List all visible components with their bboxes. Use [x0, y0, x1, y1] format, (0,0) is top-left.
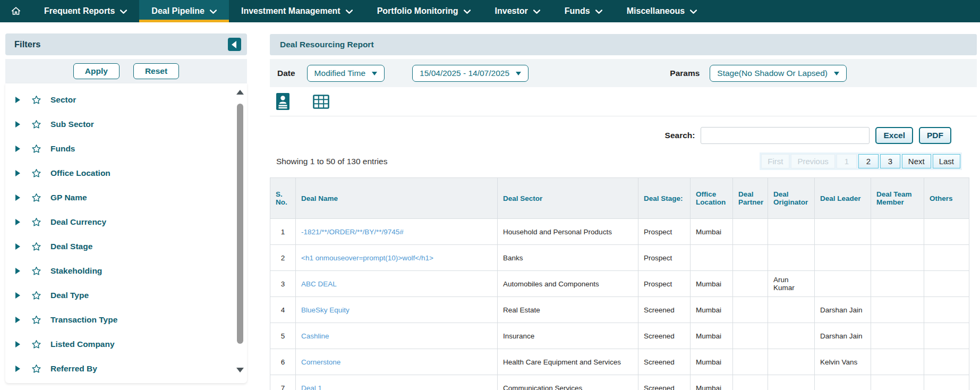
cell: Mumbai — [691, 323, 733, 349]
expand-arrow-icon[interactable] — [15, 121, 20, 128]
filter-item-sector[interactable]: Sector — [5, 88, 247, 112]
pdf-button[interactable]: PDF — [919, 127, 951, 144]
expand-arrow-icon[interactable] — [15, 97, 20, 103]
meta-row: Showing 1 to 50 of 130 entries FirstPrev… — [270, 152, 977, 170]
cell: 6 — [270, 349, 296, 375]
table-view-button[interactable] — [313, 94, 329, 110]
filter-item-sub-sector[interactable]: Sub Sector — [5, 112, 247, 137]
filter-item-transaction-type[interactable]: Transaction Type — [5, 308, 247, 332]
excel-button[interactable]: Excel — [875, 127, 913, 144]
nav-item-funds[interactable]: Funds — [552, 0, 615, 22]
scroll-up-icon[interactable] — [236, 90, 244, 95]
col-header-others: Others — [924, 178, 969, 219]
star-icon[interactable] — [31, 168, 41, 178]
expand-arrow-icon[interactable] — [15, 194, 20, 201]
nav-item-portfolio-monitoring[interactable]: Portfolio Monitoring — [365, 0, 483, 22]
cell: Prospect — [638, 271, 691, 297]
cell: Mumbai — [691, 375, 733, 390]
deal-name-link[interactable]: <h1 onmouseover=prompt(10)>wolf</h1> — [301, 254, 433, 262]
cell: Prospect — [638, 219, 691, 245]
params-dropdown[interactable]: Stage(No Shadow Or Lapsed) — [710, 65, 847, 82]
nav-item-miscellaneous[interactable]: Miscellaneous — [615, 0, 709, 22]
cell: Screened — [638, 375, 691, 390]
star-icon[interactable] — [31, 144, 41, 154]
expand-arrow-icon[interactable] — [15, 219, 20, 225]
apply-button[interactable]: Apply — [73, 63, 120, 79]
expand-arrow-icon[interactable] — [15, 366, 20, 372]
card-view-button[interactable] — [276, 93, 289, 110]
filters-title: Filters — [14, 39, 41, 49]
filter-item-gp-name[interactable]: GP Name — [5, 185, 247, 210]
filter-item-funds[interactable]: Funds — [5, 137, 247, 161]
cell — [691, 245, 733, 271]
filter-item-office-location[interactable]: Office Location — [5, 161, 247, 185]
nav-item-label: Funds — [565, 6, 590, 16]
collapse-panel-button[interactable] — [228, 38, 241, 51]
date-range-dropdown[interactable]: 15/04/2025 - 14/07/2025 — [412, 65, 529, 82]
page-btn-next[interactable]: Next — [902, 154, 931, 168]
expand-arrow-icon[interactable] — [15, 170, 20, 176]
deal-name-link[interactable]: Cashline — [301, 332, 329, 340]
col-header-office-location: Office Location — [691, 178, 733, 219]
col-header-deal-partner: Deal Partner — [733, 178, 768, 219]
cell — [871, 297, 924, 323]
date-type-dropdown[interactable]: Modified Time — [307, 65, 385, 82]
nav-item-investor[interactable]: Investor — [483, 0, 552, 22]
expand-arrow-icon[interactable] — [15, 243, 20, 250]
deal-name-cell: Deal 1 — [296, 375, 498, 390]
expand-arrow-icon[interactable] — [15, 268, 20, 274]
nav-item-frequent-reports[interactable]: Frequent Reports — [32, 0, 139, 22]
nav-item-deal-pipeline[interactable]: Deal Pipeline — [139, 0, 229, 22]
scrollbar[interactable] — [236, 90, 244, 372]
cell — [871, 375, 924, 390]
nav-item-investment-management[interactable]: Investment Management — [229, 0, 365, 22]
deal-name-link[interactable]: BlueSky Equity — [301, 306, 350, 314]
cell — [768, 349, 815, 375]
expand-arrow-icon[interactable] — [15, 317, 20, 323]
star-icon[interactable] — [31, 120, 41, 129]
expand-arrow-icon[interactable] — [15, 146, 20, 152]
filter-item-label: Deal Type — [50, 291, 89, 300]
cell: Screened — [638, 323, 691, 349]
cell: Mumbai — [691, 271, 733, 297]
filter-item-deal-currency[interactable]: Deal Currency — [5, 210, 247, 234]
expand-arrow-icon[interactable] — [15, 341, 20, 347]
deal-name-link[interactable]: -1821/**/ORDER/**/BY/**/9745# — [301, 228, 404, 236]
triangle-down-icon — [834, 72, 839, 75]
filter-item-referred-by[interactable]: Referred By — [5, 357, 247, 381]
star-icon[interactable] — [31, 266, 41, 276]
pagination: FirstPrevious123NextLast — [760, 152, 962, 170]
deal-name-link[interactable]: Cornerstone — [301, 358, 340, 366]
search-input[interactable] — [701, 127, 870, 144]
filter-item-stakeholding[interactable]: Stakeholding — [5, 259, 247, 283]
page-btn-previous: Previous — [791, 154, 834, 168]
search-row: Search: Excel PDF — [270, 127, 977, 144]
star-icon[interactable] — [31, 315, 41, 325]
filter-item-deal-type[interactable]: Deal Type — [5, 283, 247, 308]
expand-arrow-icon[interactable] — [15, 292, 20, 299]
star-icon[interactable] — [31, 291, 41, 300]
star-icon[interactable] — [31, 340, 41, 349]
report-titlebar: Deal Resourcing Report — [270, 34, 977, 55]
page-btn-2[interactable]: 2 — [858, 154, 879, 168]
cell — [733, 297, 768, 323]
filter-item-deal-stage[interactable]: Deal Stage — [5, 234, 247, 259]
filter-item-listed-company[interactable]: Listed Company — [5, 332, 247, 357]
nav-item-label: Frequent Reports — [44, 6, 115, 16]
star-icon[interactable] — [31, 95, 41, 105]
scroll-down-icon[interactable] — [236, 368, 244, 372]
star-icon[interactable] — [31, 364, 41, 374]
page-btn-last[interactable]: Last — [933, 154, 960, 168]
cell: Mumbai — [691, 349, 733, 375]
reset-button[interactable]: Reset — [133, 63, 179, 79]
deal-name-cell: <h1 onmouseover=prompt(10)>wolf</h1> — [296, 245, 498, 271]
table-row: 7Deal 1Communication ServicesScreenedMum… — [270, 375, 969, 390]
deal-name-link[interactable]: ABC DEAL — [301, 280, 337, 288]
star-icon[interactable] — [31, 217, 41, 227]
scroll-thumb[interactable] — [237, 104, 243, 344]
deal-name-link[interactable]: Deal 1 — [301, 384, 322, 390]
star-icon[interactable] — [31, 242, 41, 251]
star-icon[interactable] — [31, 193, 41, 202]
home-button[interactable] — [0, 0, 32, 22]
page-btn-3[interactable]: 3 — [880, 154, 900, 168]
